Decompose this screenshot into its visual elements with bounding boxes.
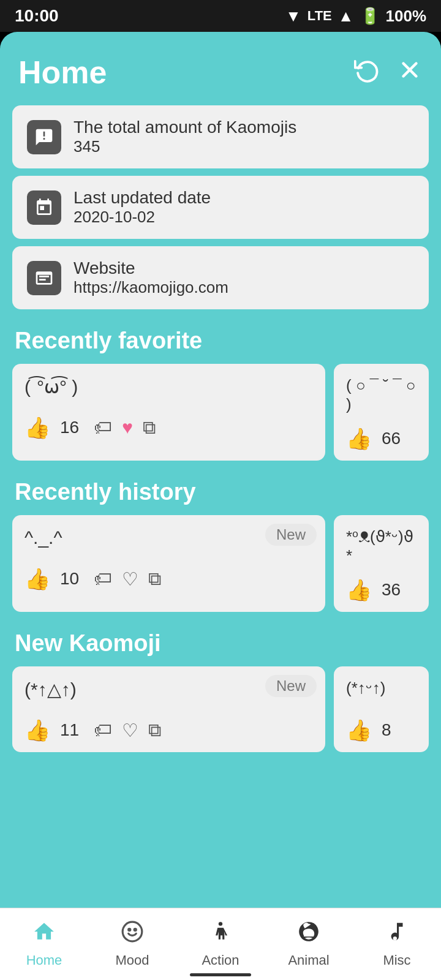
website-value: https://kaomojigo.com <box>74 278 228 297</box>
like-icon[interactable]: 👍 <box>346 426 372 451</box>
recently-history-title: Recently history <box>0 461 441 515</box>
kaomoji-display: (*↑ᵕ↑) <box>346 679 417 706</box>
like-icon[interactable]: 👍 <box>24 567 50 591</box>
like-icon[interactable]: 👍 <box>24 415 50 440</box>
info-card-content: Website https://kaomojigo.com <box>74 258 228 297</box>
info-card-website[interactable]: Website https://kaomojigo.com <box>12 246 429 309</box>
heart-icon[interactable]: ♥ <box>122 417 133 438</box>
nav-item-animal[interactable]: Animal <box>265 920 353 968</box>
kaomoji-count-value: 345 <box>74 137 296 156</box>
history-card-0[interactable]: New ^._.^ 👍 10 🏷 ♡ ⧉ <box>12 515 325 612</box>
like-count: 11 <box>60 720 79 740</box>
history-icon[interactable] <box>354 57 380 88</box>
favorite-card-1[interactable]: ( ○ ¯ ˘ ¯ ○ ) 👍 66 <box>334 364 429 461</box>
nav-indicator <box>190 973 251 976</box>
website-label: Website <box>74 258 228 278</box>
battery-icon: 🔋 <box>360 7 380 26</box>
heart-icon[interactable]: ♡ <box>122 568 138 590</box>
new-kaomoji-card-1[interactable]: (*↑ᵕ↑) 👍 8 <box>334 666 429 752</box>
svg-point-5 <box>219 922 222 925</box>
mood-nav-icon <box>121 920 144 949</box>
kaomoji-actions: 👍 66 <box>346 426 417 451</box>
action-nav-label: Action <box>202 952 239 968</box>
wifi-icon: ▼ <box>285 7 301 26</box>
like-count: 36 <box>382 580 401 600</box>
last-updated-label: Last updated date <box>74 188 211 208</box>
header-actions <box>354 57 423 88</box>
last-updated-value: 2020-10-02 <box>74 208 211 227</box>
copy-icon[interactable]: ⧉ <box>148 720 161 741</box>
action-nav-icon <box>209 920 232 949</box>
favorite-card-0[interactable]: ( ͡°ω͡° ) 👍 16 🏷 ♥ ⧉ <box>12 364 325 461</box>
home-nav-label: Home <box>26 952 62 968</box>
message-alert-icon <box>27 120 61 154</box>
kaomoji-actions: 👍 11 🏷 ♡ ⧉ <box>24 718 313 742</box>
kaomoji-display: ( ͡°ω͡° ) <box>24 376 313 403</box>
signal-icon: ▲ <box>338 7 354 26</box>
new-kaomoji-title: New Kaomoji <box>0 612 441 666</box>
copy-icon[interactable]: ⧉ <box>143 417 156 439</box>
svg-point-4 <box>134 929 136 930</box>
like-icon[interactable]: 👍 <box>24 718 50 742</box>
main-container: Home The <box>0 32 441 980</box>
tag-icon[interactable]: 🏷 <box>94 720 112 741</box>
kaomoji-actions: 👍 8 <box>346 718 417 742</box>
info-card-kaomoji-count[interactable]: The total amount of Kaomojis 345 <box>12 105 429 168</box>
like-count: 66 <box>382 429 401 448</box>
kaomoji-actions: 👍 36 <box>346 578 417 602</box>
nav-item-mood[interactable]: Mood <box>88 920 176 968</box>
status-icons: ▼ LTE ▲ 🔋 100% <box>285 7 426 26</box>
kaomoji-display: ( ○ ¯ ˘ ¯ ○ ) <box>346 376 417 414</box>
animal-nav-label: Animal <box>288 952 329 968</box>
close-icon[interactable] <box>397 57 423 88</box>
like-count: 8 <box>382 720 391 740</box>
copy-icon[interactable]: ⧉ <box>148 568 161 590</box>
info-section: The total amount of Kaomojis 345 Last up… <box>0 105 441 309</box>
tag-icon[interactable]: 🏷 <box>94 568 112 589</box>
mood-nav-label: Mood <box>115 952 149 968</box>
bottom-nav: Home Mood Action Animal <box>0 908 441 980</box>
kaomoji-actions: 👍 10 🏷 ♡ ⧉ <box>24 567 313 591</box>
new-kaomoji-grid: New (*↑△↑) 👍 11 🏷 ♡ ⧉ (*↑ᵕ↑) 👍 8 <box>0 666 441 752</box>
battery-pct: 100% <box>386 7 427 26</box>
tag-icon[interactable]: 🏷 <box>94 417 112 438</box>
like-icon[interactable]: 👍 <box>346 578 372 602</box>
heart-icon[interactable]: ♡ <box>122 720 138 741</box>
like-icon[interactable]: 👍 <box>346 718 372 742</box>
browser-icon <box>27 261 61 295</box>
history-card-1[interactable]: *ᵒᴥ(ϑ*ᵕ)ϑ* 👍 36 <box>334 515 429 612</box>
info-card-content: The total amount of Kaomojis 345 <box>74 118 296 156</box>
page-title: Home <box>18 54 107 91</box>
nav-item-action[interactable]: Action <box>176 920 265 968</box>
new-badge: New <box>265 675 317 697</box>
lte-icon: LTE <box>307 8 332 24</box>
svg-point-3 <box>129 929 130 930</box>
new-badge: New <box>265 524 317 546</box>
info-card-last-updated[interactable]: Last updated date 2020-10-02 <box>12 176 429 239</box>
misc-nav-icon <box>385 920 409 949</box>
recently-favorite-title: Recently favorite <box>0 309 441 364</box>
misc-nav-label: Misc <box>383 952 410 968</box>
kaomoji-count-label: The total amount of Kaomojis <box>74 118 296 137</box>
nav-item-home[interactable]: Home <box>0 920 88 968</box>
header: Home <box>0 32 441 105</box>
like-count: 10 <box>60 569 79 589</box>
like-count: 16 <box>60 418 79 437</box>
animal-nav-icon <box>297 920 320 949</box>
calendar-icon <box>27 190 61 225</box>
new-kaomoji-card-0[interactable]: New (*↑△↑) 👍 11 🏷 ♡ ⧉ <box>12 666 325 752</box>
recently-favorite-grid: ( ͡°ω͡° ) 👍 16 🏷 ♥ ⧉ ( ○ ¯ ˘ ¯ ○ ) 👍 66 <box>0 364 441 461</box>
kaomoji-actions: 👍 16 🏷 ♥ ⧉ <box>24 415 313 440</box>
nav-item-misc[interactable]: Misc <box>353 920 441 968</box>
status-bar: 10:00 ▼ LTE ▲ 🔋 100% <box>0 0 441 32</box>
svg-point-2 <box>123 922 142 941</box>
home-nav-icon <box>32 920 56 949</box>
recently-history-grid: New ^._.^ 👍 10 🏷 ♡ ⧉ *ᵒᴥ(ϑ*ᵕ)ϑ* 👍 36 <box>0 515 441 612</box>
kaomoji-display: *ᵒᴥ(ϑ*ᵕ)ϑ* <box>346 527 417 565</box>
info-card-content: Last updated date 2020-10-02 <box>74 188 211 227</box>
status-time: 10:00 <box>15 6 59 26</box>
